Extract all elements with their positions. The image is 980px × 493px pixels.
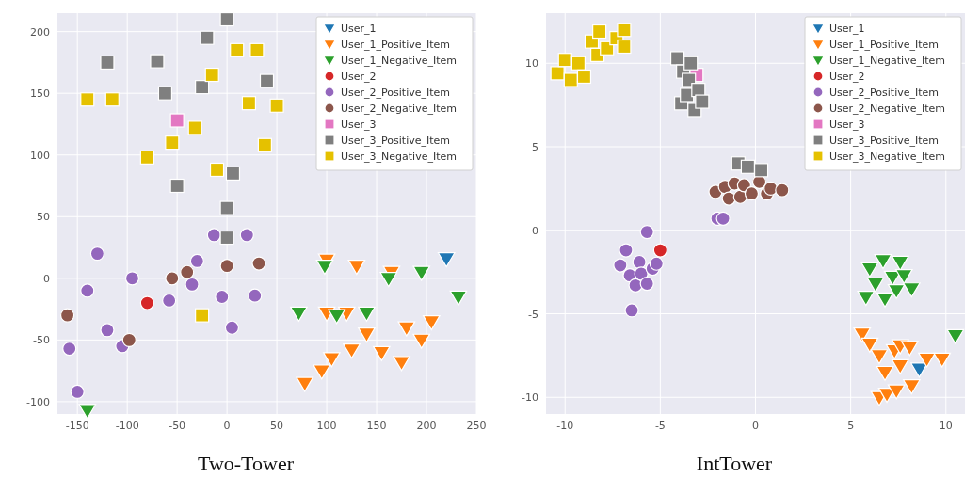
svg-point-69 (216, 290, 229, 303)
svg-text:50: 50 (37, 211, 50, 223)
svg-point-115 (325, 103, 334, 113)
svg-point-70 (225, 321, 238, 334)
svg-rect-95 (188, 121, 201, 135)
svg-rect-208 (551, 67, 564, 80)
svg-point-62 (101, 324, 114, 337)
svg-rect-196 (671, 52, 684, 65)
svg-text:User_1: User_1 (341, 23, 377, 35)
svg-text:150: 150 (367, 420, 387, 432)
svg-rect-96 (196, 309, 209, 322)
svg-text:User_3_Negative_Item: User_3_Negative_Item (341, 151, 457, 163)
svg-text:User_2_Positive_Item: User_2_Positive_Item (341, 87, 450, 99)
svg-text:User_3_Positive_Item: User_3_Positive_Item (341, 135, 450, 147)
svg-point-176 (633, 255, 646, 268)
svg-point-71 (240, 229, 253, 242)
svg-point-78 (252, 257, 265, 270)
svg-text:0: 0 (224, 420, 231, 432)
svg-rect-97 (205, 69, 218, 82)
caption-left: Two-Tower (198, 452, 294, 476)
svg-rect-117 (325, 119, 334, 129)
svg-text:-5: -5 (528, 309, 538, 321)
svg-rect-92 (105, 93, 119, 106)
svg-point-60 (81, 284, 94, 297)
figure-container: -150-100-50050100150200250-100-500501001… (0, 0, 980, 476)
svg-rect-91 (81, 93, 94, 106)
svg-point-170 (653, 244, 667, 257)
svg-text:User_1_Negative_Item: User_1_Negative_Item (341, 55, 457, 67)
svg-text:100: 100 (30, 150, 50, 162)
svg-text:250: 250 (467, 420, 487, 432)
scatter-chart-left: -150-100-50050100150200250-100-500501001… (6, 4, 486, 446)
svg-point-77 (220, 260, 233, 273)
svg-point-76 (181, 265, 194, 278)
svg-point-174 (625, 304, 638, 317)
caption-right: IntTower (697, 452, 772, 476)
svg-text:User_2_Negative_Item: User_2_Negative_Item (829, 103, 945, 115)
svg-text:-50: -50 (33, 334, 50, 346)
svg-rect-80 (101, 56, 114, 69)
svg-rect-235 (813, 135, 823, 145)
svg-point-74 (122, 333, 136, 346)
svg-text:100: 100 (317, 420, 337, 432)
svg-point-172 (619, 244, 633, 257)
svg-point-183 (716, 212, 730, 225)
svg-text:-5: -5 (655, 420, 666, 432)
svg-text:User_1_Positive_Item: User_1_Positive_Item (829, 39, 939, 51)
svg-point-229 (813, 87, 823, 97)
svg-rect-215 (593, 25, 606, 39)
svg-rect-210 (564, 73, 577, 87)
svg-point-58 (63, 342, 76, 356)
svg-rect-84 (196, 81, 209, 94)
svg-rect-103 (270, 99, 283, 112)
svg-text:-10: -10 (556, 420, 573, 432)
svg-rect-211 (571, 56, 585, 70)
svg-point-57 (140, 296, 153, 310)
svg-text:0: 0 (752, 420, 759, 432)
svg-rect-87 (220, 231, 233, 245)
svg-text:-50: -50 (169, 420, 185, 432)
svg-rect-233 (813, 119, 823, 129)
svg-rect-82 (158, 87, 171, 100)
svg-text:User_3_Negative_Item: User_3_Negative_Item (829, 151, 945, 163)
svg-rect-90 (261, 74, 274, 87)
svg-point-61 (90, 247, 104, 261)
svg-rect-207 (755, 164, 768, 177)
svg-text:200: 200 (30, 26, 50, 39)
svg-rect-85 (201, 31, 214, 44)
svg-point-111 (325, 72, 334, 81)
svg-point-68 (207, 229, 220, 242)
svg-point-178 (640, 278, 653, 291)
svg-rect-88 (220, 201, 233, 215)
svg-text:User_3_Positive_Item: User_3_Positive_Item (829, 135, 939, 147)
svg-text:User_2_Positive_Item: User_2_Positive_Item (829, 87, 939, 99)
svg-text:0: 0 (43, 273, 50, 285)
svg-text:User_1: User_1 (829, 23, 865, 35)
svg-text:-100: -100 (26, 396, 50, 408)
svg-point-73 (61, 309, 74, 322)
svg-rect-119 (325, 135, 334, 145)
panel-right: -10-50510-10-50510User_1User_1_Positive_… (494, 4, 974, 476)
svg-rect-209 (558, 54, 571, 67)
svg-text:200: 200 (417, 420, 437, 432)
svg-rect-212 (577, 70, 590, 83)
svg-rect-204 (696, 95, 709, 108)
svg-text:50: 50 (270, 420, 283, 432)
svg-text:5: 5 (532, 141, 538, 153)
svg-text:User_2_Negative_Item: User_2_Negative_Item (341, 103, 457, 115)
svg-text:10: 10 (525, 57, 538, 70)
svg-rect-83 (170, 180, 184, 193)
svg-text:0: 0 (532, 225, 538, 237)
svg-text:User_1_Positive_Item: User_1_Positive_Item (341, 39, 450, 51)
svg-point-171 (614, 259, 627, 272)
svg-text:User_1_Negative_Item: User_1_Negative_Item (829, 55, 945, 67)
panel-left: -150-100-50050100150200250-100-500501001… (6, 4, 486, 476)
legend: User_1User_1_Positive_ItemUser_1_Negativ… (805, 17, 961, 170)
svg-point-227 (813, 72, 823, 81)
svg-rect-237 (813, 151, 823, 161)
svg-rect-201 (684, 56, 698, 70)
svg-rect-94 (166, 136, 179, 150)
svg-point-113 (325, 87, 334, 97)
svg-rect-93 (140, 151, 153, 164)
svg-point-65 (163, 294, 176, 307)
svg-text:User_3: User_3 (829, 119, 865, 131)
